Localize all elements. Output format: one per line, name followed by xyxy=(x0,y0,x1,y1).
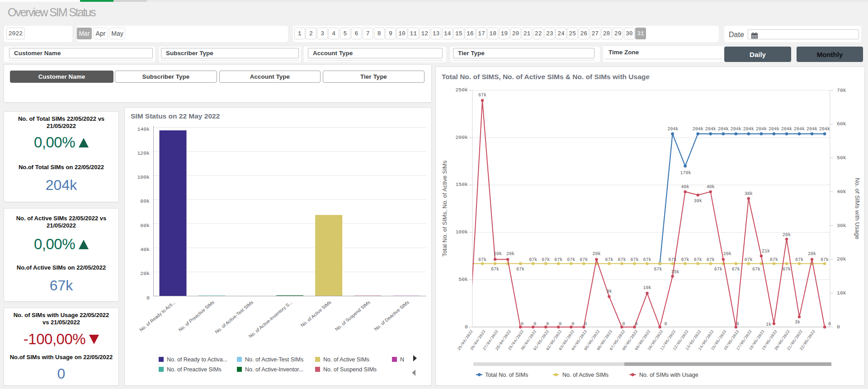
svg-text:No. of Preactive SIMs: No. of Preactive SIMs xyxy=(167,366,222,373)
svg-text:204k: 204k xyxy=(693,127,703,132)
svg-text:100k: 100k xyxy=(137,174,150,180)
svg-text:Total No. of SIMs: Total No. of SIMs xyxy=(485,372,528,378)
svg-text:20k: 20k xyxy=(808,251,816,256)
svg-text:20k: 20k xyxy=(723,251,731,256)
svg-text:67k: 67k xyxy=(669,257,677,262)
svg-text:204k: 204k xyxy=(807,127,817,132)
svg-text:204k: 204k xyxy=(781,127,792,132)
svg-text:0: 0 xyxy=(736,322,739,327)
svg-text:No. of Suspend SIMs: No. of Suspend SIMs xyxy=(323,366,377,373)
svg-text:0: 0 xyxy=(665,322,667,327)
svg-text:67k: 67k xyxy=(752,267,760,272)
svg-text:67k: 67k xyxy=(681,257,689,262)
svg-text:67k: 67k xyxy=(618,257,626,262)
svg-text:20k: 20k xyxy=(494,251,502,256)
svg-text:200k: 200k xyxy=(455,134,468,140)
svg-text:10k: 10k xyxy=(643,285,651,290)
svg-text:204k: 204k xyxy=(731,127,741,132)
svg-text:30k: 30k xyxy=(837,223,846,228)
svg-text:SIM Status on 22 May 2022: SIM Status on 22 May 2022 xyxy=(131,112,220,120)
svg-text:26k: 26k xyxy=(783,232,791,237)
svg-text:67k: 67k xyxy=(567,257,575,262)
svg-text:No. of SIMs with Usage: No. of SIMs with Usage xyxy=(639,372,698,378)
svg-text:67k: 67k xyxy=(516,267,524,272)
svg-text:67k: 67k xyxy=(783,267,791,272)
svg-text:204k: 204k xyxy=(769,127,779,132)
svg-text:No. of Ready to Activa...: No. of Ready to Activa... xyxy=(167,356,227,363)
svg-text:67k: 67k xyxy=(605,257,613,262)
svg-text:67k: 67k xyxy=(580,257,588,262)
svg-text:67k: 67k xyxy=(491,267,499,272)
svg-text:40k: 40k xyxy=(681,185,689,190)
svg-text:No. of Active SIMs: No. of Active SIMs xyxy=(300,300,332,328)
svg-text:204k: 204k xyxy=(668,127,679,132)
svg-text:150k: 150k xyxy=(455,181,468,187)
svg-text:0: 0 xyxy=(546,322,549,327)
svg-text:50k: 50k xyxy=(458,276,468,282)
svg-text:67k: 67k xyxy=(821,257,829,262)
svg-text:No. of Active SIMs: No. of Active SIMs xyxy=(562,372,609,378)
svg-text:No. of SIMs with Usage: No. of SIMs with Usage xyxy=(854,178,861,239)
svg-text:204k: 204k xyxy=(819,127,830,132)
svg-text:1k: 1k xyxy=(766,322,771,327)
svg-text:10k: 10k xyxy=(837,290,846,296)
svg-text:0: 0 xyxy=(521,322,524,327)
svg-text:3k: 3k xyxy=(795,320,800,325)
svg-text:40k: 40k xyxy=(140,247,150,252)
svg-text:0: 0 xyxy=(559,322,561,327)
svg-text:20k: 20k xyxy=(592,251,600,256)
svg-text:204k: 204k xyxy=(718,127,729,132)
svg-text:No. of Suspend SIMs: No. of Suspend SIMs xyxy=(334,300,371,332)
svg-text:67k: 67k xyxy=(654,267,662,272)
svg-text:39k: 39k xyxy=(694,199,702,204)
svg-text:0: 0 xyxy=(571,322,574,327)
svg-text:120k: 120k xyxy=(137,150,150,156)
svg-text:38k: 38k xyxy=(745,191,753,196)
svg-text:67k: 67k xyxy=(529,257,537,262)
svg-text:67k: 67k xyxy=(732,267,740,272)
svg-text:67k: 67k xyxy=(714,267,722,272)
svg-text:170k: 170k xyxy=(680,171,691,176)
svg-text:204k: 204k xyxy=(756,127,767,132)
svg-text:67k: 67k xyxy=(745,257,753,262)
svg-text:204k: 204k xyxy=(743,127,754,132)
svg-text:No. of Active-Inventory S...: No. of Active-Inventory S... xyxy=(248,300,293,339)
svg-text:40k: 40k xyxy=(837,189,846,194)
svg-text:60k: 60k xyxy=(837,121,846,127)
svg-text:204k: 204k xyxy=(794,127,805,132)
svg-text:No. of Active-Inventor...: No. of Active-Inventor... xyxy=(245,366,303,373)
svg-text:250k: 250k xyxy=(455,87,468,93)
svg-text:9k: 9k xyxy=(606,289,612,294)
svg-text:67k: 67k xyxy=(770,257,778,262)
svg-text:20k: 20k xyxy=(140,270,150,276)
svg-text:21k: 21k xyxy=(762,249,770,254)
svg-text:50k: 50k xyxy=(837,155,846,161)
svg-text:60k: 60k xyxy=(140,223,150,228)
svg-text:20k: 20k xyxy=(837,256,846,262)
svg-text:No. of Active SIMs: No. of Active SIMs xyxy=(323,356,369,363)
svg-text:N: N xyxy=(400,356,404,363)
svg-text:Total No. of SIMs, No. of Acti: Total No. of SIMs, No. of Active SIMs xyxy=(441,160,448,256)
svg-text:No. of Deactive SIMs: No. of Deactive SIMs xyxy=(373,300,410,332)
svg-text:67k: 67k xyxy=(554,257,562,262)
svg-text:0: 0 xyxy=(837,324,840,330)
svg-text:100k: 100k xyxy=(455,229,468,235)
svg-text:70k: 70k xyxy=(837,87,846,93)
svg-text:0: 0 xyxy=(465,324,468,330)
svg-text:67k: 67k xyxy=(542,257,550,262)
svg-text:80k: 80k xyxy=(140,198,150,204)
svg-text:67k: 67k xyxy=(478,93,486,98)
svg-text:0: 0 xyxy=(533,322,536,327)
svg-text:0: 0 xyxy=(828,322,831,327)
svg-text:204k: 204k xyxy=(705,127,716,132)
svg-text:0: 0 xyxy=(146,295,150,301)
svg-text:No. of Active-Test SIMs: No. of Active-Test SIMs xyxy=(245,356,303,363)
svg-text:40k: 40k xyxy=(707,185,715,190)
svg-text:No. of Preactive SIMs: No. of Preactive SIMs xyxy=(178,300,215,332)
svg-text:0: 0 xyxy=(635,322,637,327)
svg-text:0: 0 xyxy=(584,322,587,327)
svg-text:67k: 67k xyxy=(707,257,715,262)
svg-text:No. of Active-Test SIMs: No. of Active-Test SIMs xyxy=(214,300,255,335)
svg-text:0: 0 xyxy=(622,322,625,327)
svg-text:67k: 67k xyxy=(630,257,638,262)
